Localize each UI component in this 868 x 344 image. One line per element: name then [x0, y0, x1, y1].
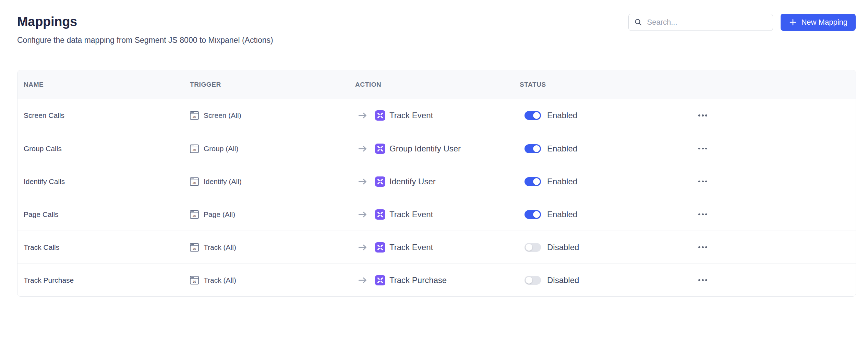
row-menu-button[interactable]: [696, 243, 709, 252]
browser-js-icon: JS: [190, 243, 199, 252]
trigger-label: Group (All): [204, 145, 239, 153]
js-label: JS: [193, 115, 196, 119]
status-toggle[interactable]: [525, 243, 541, 252]
status-label: Disabled: [547, 243, 579, 252]
status-label: Enabled: [547, 144, 577, 153]
js-label: JS: [193, 280, 196, 283]
search-input[interactable]: [647, 18, 767, 27]
mapping-name: Group Calls: [24, 145, 62, 153]
status-toggle[interactable]: [525, 177, 541, 186]
mapping-name: Page Calls: [24, 210, 59, 219]
mappings-table: NAME TRIGGER ACTION STATUS Screen Calls …: [17, 70, 856, 297]
mapping-name: Identify Calls: [24, 177, 65, 186]
mixpanel-icon: [375, 110, 385, 121]
js-label: JS: [193, 181, 196, 185]
ellipsis-icon: [698, 246, 700, 248]
toggle-knob: [533, 178, 540, 185]
js-label: JS: [193, 214, 196, 218]
table-row: Screen Calls JS Screen (All): [17, 99, 856, 132]
status-toggle[interactable]: [525, 210, 541, 219]
table-row: Identify Calls JS Identify (All): [17, 165, 856, 198]
browser-js-icon: JS: [190, 275, 199, 285]
table-row: Group Calls JS Group (All): [17, 132, 856, 165]
mixpanel-icon: [375, 209, 385, 220]
table-header-row: NAME TRIGGER ACTION STATUS: [17, 70, 856, 99]
trigger-label: Identify (All): [204, 177, 242, 186]
browser-js-icon: JS: [190, 144, 199, 153]
browser-js-icon: JS: [190, 210, 199, 219]
search-icon: [634, 18, 642, 26]
column-header-trigger: TRIGGER: [190, 81, 355, 88]
browser-js-icon: JS: [190, 177, 199, 186]
page-subtitle: Configure the data mapping from Segment …: [17, 35, 273, 45]
status-toggle[interactable]: [525, 276, 541, 285]
ellipsis-icon: [698, 181, 700, 183]
table-row: Track Calls JS Track (All): [17, 231, 856, 263]
ellipsis-icon: [698, 114, 700, 116]
mixpanel-icon: [375, 275, 385, 285]
mapping-name: Track Purchase: [24, 276, 74, 284]
status-toggle[interactable]: [525, 144, 541, 153]
trigger-label: Track (All): [204, 243, 236, 251]
js-label: JS: [193, 148, 196, 152]
action-label: Group Identify User: [389, 144, 461, 153]
action-label: Track Event: [389, 243, 433, 252]
toggle-knob: [533, 112, 540, 119]
ellipsis-icon: [698, 148, 700, 150]
mapping-name: Track Calls: [24, 243, 59, 251]
new-mapping-button[interactable]: New Mapping: [781, 14, 856, 31]
arrow-right-icon: [358, 112, 367, 119]
arrow-right-icon: [358, 178, 367, 185]
column-header-status: STATUS: [520, 81, 683, 88]
status-toggle[interactable]: [525, 111, 541, 120]
new-mapping-label: New Mapping: [801, 18, 847, 27]
column-header-name: NAME: [17, 81, 190, 88]
status-label: Enabled: [547, 210, 577, 219]
page-title: Mappings: [17, 14, 273, 29]
toggle-knob: [526, 277, 532, 284]
mappings-page: Mappings Configure the data mapping from…: [0, 0, 868, 344]
row-menu-button[interactable]: [696, 177, 709, 186]
trigger-label: Page (All): [204, 210, 235, 219]
arrow-right-icon: [358, 244, 367, 251]
arrow-right-icon: [358, 211, 367, 218]
mixpanel-icon: [375, 144, 385, 154]
search-box[interactable]: [628, 14, 773, 31]
page-header: Mappings Configure the data mapping from…: [0, 0, 868, 45]
column-header-action: ACTION: [355, 81, 520, 88]
table-row: Page Calls JS Page (All): [17, 198, 856, 231]
action-label: Track Event: [389, 111, 433, 120]
status-label: Enabled: [547, 177, 577, 186]
ellipsis-icon: [698, 279, 700, 281]
toggle-knob: [526, 244, 532, 251]
trigger-label: Screen (All): [204, 111, 241, 120]
ellipsis-icon: [698, 213, 700, 216]
arrow-right-icon: [358, 145, 367, 152]
js-label: JS: [193, 247, 196, 250]
mapping-name: Screen Calls: [24, 111, 64, 120]
arrow-right-icon: [358, 277, 367, 284]
browser-js-icon: JS: [190, 111, 199, 120]
action-label: Identify User: [389, 177, 436, 186]
toggle-knob: [533, 211, 540, 218]
trigger-label: Track (All): [204, 276, 236, 284]
plus-icon: [789, 18, 797, 26]
mixpanel-icon: [375, 242, 385, 253]
header-controls: New Mapping: [628, 14, 856, 31]
row-menu-button[interactable]: [696, 111, 709, 120]
mixpanel-icon: [375, 176, 385, 187]
table-row: Track Purchase JS Track (All): [17, 263, 856, 296]
status-label: Disabled: [547, 275, 579, 285]
row-menu-button[interactable]: [696, 276, 709, 285]
status-label: Enabled: [547, 111, 577, 120]
heading-block: Mappings Configure the data mapping from…: [17, 14, 273, 45]
row-menu-button[interactable]: [696, 144, 709, 153]
toggle-knob: [533, 145, 540, 152]
row-menu-button[interactable]: [696, 210, 709, 219]
action-label: Track Purchase: [389, 275, 447, 285]
action-label: Track Event: [389, 210, 433, 219]
table-body: Screen Calls JS Screen (All): [17, 99, 856, 296]
